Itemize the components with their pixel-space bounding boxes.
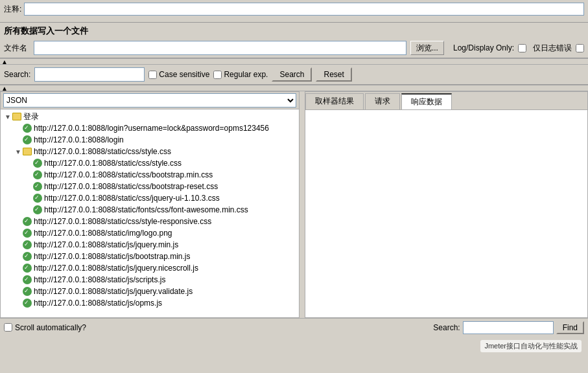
collapse-bar-2: ▲ bbox=[0, 85, 588, 91]
node-text: http://127.0.0.1:8088/static/js/opms.js bbox=[34, 299, 162, 308]
green-check-icon bbox=[23, 240, 32, 249]
collapse-arrow-2[interactable]: ▲ bbox=[1, 85, 8, 92]
tree-node[interactable]: http://127.0.0.1:8088/static/img/logo.pn… bbox=[2, 227, 298, 239]
right-panel: 取样器结果请求响应数据 bbox=[305, 91, 588, 318]
browse-button[interactable]: 浏览... bbox=[410, 41, 444, 55]
tab-response-data[interactable]: 响应数据 bbox=[401, 93, 452, 109]
tree-node[interactable]: http://127.0.0.1:8088/static/css/bootstr… bbox=[2, 169, 298, 181]
tab-sampler-result[interactable]: 取样器结果 bbox=[305, 93, 364, 109]
file-input[interactable] bbox=[34, 41, 406, 55]
tree-node[interactable]: ▼ http://127.0.0.1:8088/static/css/style… bbox=[2, 146, 298, 157]
scroll-auto-label: Scroll automatically? bbox=[4, 323, 86, 332]
regular-exp-label: Regular exp. bbox=[213, 70, 268, 79]
tree-node[interactable]: http://127.0.0.1:8088/static/css/jquery-… bbox=[2, 192, 298, 204]
toggle-arrow[interactable]: ▼ bbox=[5, 113, 11, 120]
node-text: http://127.0.0.1:8088/static/css/style-r… bbox=[34, 217, 211, 226]
bottom-bar: Scroll automatically? Search: Find bbox=[0, 318, 588, 336]
node-text: http://127.0.0.1:8088/static/js/bootstra… bbox=[34, 252, 190, 261]
find-button[interactable]: Find bbox=[556, 321, 584, 334]
watermark: Jmeter接口自动化与性能实战 bbox=[480, 340, 582, 352]
left-panel: JSON XML Text ▼ 登录http://127.0.0.1:8088/… bbox=[0, 91, 300, 318]
node-text: http://127.0.0.1:8088/login?username=loc… bbox=[34, 124, 269, 133]
node-text: http://127.0.0.1:8088/static/fonts/css/f… bbox=[44, 205, 248, 214]
green-check-icon bbox=[23, 135, 32, 144]
tree-node[interactable]: http://127.0.0.1:8088/static/js/jquery.v… bbox=[2, 286, 298, 297]
node-text: http://127.0.0.1:8088/static/img/logo.pn… bbox=[34, 229, 172, 238]
reset-button[interactable]: Reset bbox=[316, 67, 351, 82]
tree-node[interactable]: http://127.0.0.1:8088/static/js/jquery.m… bbox=[2, 239, 298, 251]
node-text: http://127.0.0.1:8088/static/css/bootstr… bbox=[44, 170, 213, 179]
comment-input[interactable] bbox=[24, 3, 584, 16]
write-title: 所有数据写入一个文件 bbox=[4, 25, 584, 37]
tree-node[interactable]: ▼ 登录 bbox=[2, 111, 298, 122]
format-select[interactable]: JSON XML Text bbox=[3, 93, 296, 107]
node-text: http://127.0.0.1:8088/static/js/scripts.… bbox=[34, 275, 165, 284]
bottom-search-label: Search: bbox=[433, 323, 460, 332]
tree-area: ▼ 登录http://127.0.0.1:8088/login?username… bbox=[1, 109, 299, 317]
green-check-icon bbox=[23, 124, 32, 133]
toggle-arrow[interactable]: ▼ bbox=[15, 148, 21, 155]
tree-node[interactable]: http://127.0.0.1:8088/static/css/bootstr… bbox=[2, 181, 298, 192]
errors-label: 仅日志错误 bbox=[533, 43, 572, 54]
green-check-icon bbox=[33, 205, 42, 214]
tree-node[interactable]: http://127.0.0.1:8088/static/js/jquery.n… bbox=[2, 262, 298, 274]
green-check-icon bbox=[33, 159, 42, 168]
search-label: Search: bbox=[4, 70, 30, 79]
node-text: http://127.0.0.1:8088/login bbox=[34, 135, 124, 144]
folder-icon bbox=[12, 113, 21, 120]
tree-node[interactable]: http://127.0.0.1:8088/login bbox=[2, 134, 298, 146]
green-check-icon bbox=[23, 264, 32, 273]
tree-node[interactable]: http://127.0.0.1:8088/static/css/style.c… bbox=[2, 157, 298, 169]
tabs-row: 取样器结果请求响应数据 bbox=[305, 92, 587, 110]
log-display-checkbox[interactable] bbox=[518, 44, 526, 52]
bottom-search-input[interactable] bbox=[463, 321, 554, 334]
log-display-label: Log/Display Only: bbox=[453, 43, 514, 52]
tree-node[interactable]: http://127.0.0.1:8088/static/js/opms.js bbox=[2, 297, 298, 309]
node-text: http://127.0.0.1:8088/static/css/bootstr… bbox=[44, 182, 218, 191]
comment-label: 注释: bbox=[4, 4, 21, 15]
green-check-icon bbox=[23, 217, 32, 226]
file-label: 文件名 bbox=[4, 43, 27, 54]
tree-node[interactable]: http://127.0.0.1:8088/static/js/bootstra… bbox=[2, 251, 298, 262]
tab-content bbox=[305, 110, 587, 317]
scroll-auto-checkbox[interactable] bbox=[4, 323, 12, 332]
node-text: http://127.0.0.1:8088/static/js/jquery.v… bbox=[34, 287, 193, 296]
green-check-icon bbox=[33, 182, 42, 191]
green-check-icon bbox=[33, 194, 42, 203]
collapse-bar: ▲ bbox=[0, 58, 588, 65]
regular-exp-checkbox[interactable] bbox=[213, 71, 222, 79]
tree-node[interactable]: http://127.0.0.1:8088/static/fonts/css/f… bbox=[2, 204, 298, 216]
tree-node[interactable]: http://127.0.0.1:8088/login?username=loc… bbox=[2, 122, 298, 134]
search-input[interactable] bbox=[34, 67, 145, 82]
collapse-arrow[interactable]: ▲ bbox=[1, 58, 8, 65]
node-text: http://127.0.0.1:8088/static/css/jquery-… bbox=[44, 194, 220, 203]
node-text: 登录 bbox=[23, 111, 39, 122]
green-check-icon bbox=[23, 287, 32, 296]
errors-only-checkbox[interactable] bbox=[576, 44, 584, 52]
tree-node[interactable]: http://127.0.0.1:8088/static/css/style-r… bbox=[2, 216, 298, 227]
node-text: http://127.0.0.1:8088/static/js/jquery.n… bbox=[34, 264, 198, 273]
folder-icon bbox=[23, 148, 32, 155]
green-check-icon bbox=[23, 299, 32, 308]
tab-request[interactable]: 请求 bbox=[365, 93, 400, 109]
green-check-icon bbox=[23, 229, 32, 238]
case-sensitive-checkbox[interactable] bbox=[148, 71, 157, 79]
node-text: http://127.0.0.1:8088/static/js/jquery.m… bbox=[34, 240, 178, 249]
tree-node[interactable]: http://127.0.0.1:8088/static/js/scripts.… bbox=[2, 274, 298, 286]
node-text: http://127.0.0.1:8088/static/css/style.c… bbox=[44, 159, 182, 168]
green-check-icon bbox=[23, 252, 32, 261]
node-text: http://127.0.0.1:8088/static/css/style.c… bbox=[34, 147, 171, 156]
splitter[interactable] bbox=[300, 91, 303, 318]
search-button[interactable]: Search bbox=[272, 67, 312, 82]
green-check-icon bbox=[23, 275, 32, 284]
green-check-icon bbox=[33, 170, 42, 179]
case-sensitive-label: Case sensitive bbox=[148, 70, 209, 79]
